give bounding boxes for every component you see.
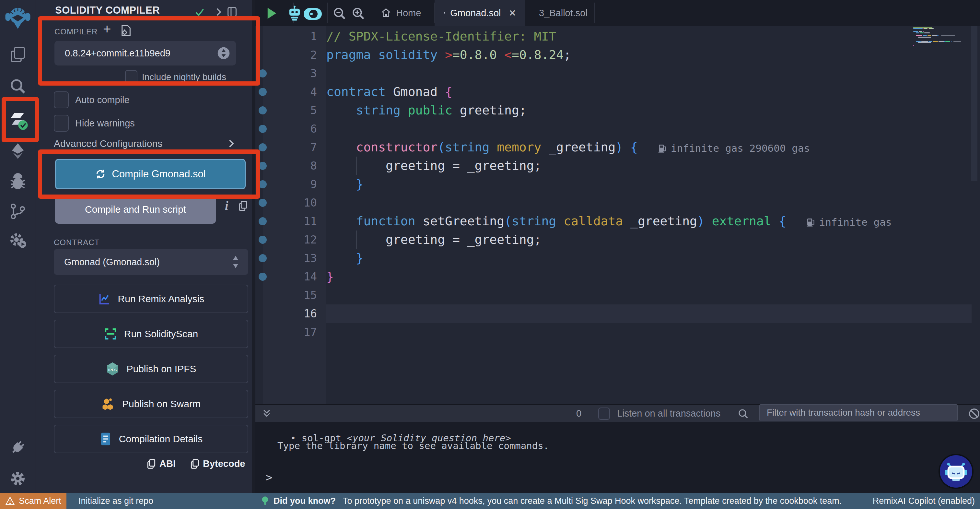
tab-home[interactable]: Home (371, 0, 430, 26)
file-explorer-icon[interactable] (0, 45, 36, 64)
code-text: function setGreeting(string calldata _gr… (326, 214, 892, 228)
plugin-runner-icon[interactable] (0, 231, 36, 250)
search-icon[interactable] (0, 77, 36, 95)
code-line-15[interactable]: 15 (255, 286, 980, 305)
compile-button-label: Compile Gmonad.sol (112, 168, 205, 180)
tab-ballot-label: 3_Ballot.sol (539, 8, 587, 19)
breakpoint-dot[interactable] (259, 162, 267, 170)
run-remix-analysis-button[interactable]: Run Remix Analysis (54, 285, 248, 313)
remixai-robot-icon[interactable] (286, 5, 303, 21)
tab-gmonad-sol[interactable]: Gmonad.sol ✕ (434, 0, 525, 26)
code-line-1[interactable]: 1// SPDX-License-Identifier: MIT (255, 27, 980, 46)
deploy-run-icon[interactable] (0, 142, 36, 160)
publish-swarm-button[interactable]: Publish on Swarm (54, 390, 248, 418)
line-number: 6 (275, 122, 317, 135)
scam-alert-button[interactable]: Scam Alert (0, 493, 67, 509)
compilation-details-button[interactable]: Compilation Details (54, 425, 248, 453)
editor-minimap[interactable] (913, 27, 970, 50)
copilot-toggle[interactable] (303, 8, 322, 20)
transaction-filter-input[interactable]: Filter with transaction hash or address (759, 404, 958, 421)
listen-transactions-checkbox[interactable] (598, 407, 610, 420)
info-icon[interactable]: i (225, 198, 229, 213)
add-compiler-icon[interactable]: + (103, 21, 111, 37)
breakpoint-dot[interactable] (259, 106, 267, 115)
editor-scrollbar[interactable] (971, 26, 977, 181)
plugin-manager-icon[interactable] (0, 438, 36, 456)
block-transactions-icon[interactable] (968, 408, 980, 420)
code-line-11[interactable]: 11 function setGreeting(string calldata … (255, 212, 980, 230)
hide-warnings-checkbox[interactable] (54, 115, 69, 132)
remixai-copilot-button[interactable] (940, 455, 972, 488)
line-number: 5 (275, 104, 317, 117)
copy-script-icon[interactable] (238, 200, 248, 211)
breakpoint-dot[interactable] (259, 217, 267, 225)
debugger-icon[interactable] (0, 173, 36, 191)
compile-button[interactable]: Compile Gmonad.sol (55, 159, 246, 189)
breakpoint-dot[interactable] (259, 199, 267, 207)
publish-ipfs-button[interactable]: IPFS Publish on IPFS (54, 355, 248, 383)
breakpoint-dot[interactable] (259, 143, 267, 152)
breakpoint-dot[interactable] (259, 254, 267, 262)
tab-ballot-sol[interactable]: 3_Ballot.sol (525, 0, 594, 26)
code-line-12[interactable]: 12 greeting = _greeting; (255, 230, 980, 249)
copy-abi-button[interactable]: ABI (146, 458, 176, 469)
breakpoint-dot[interactable] (259, 273, 267, 281)
expand-terminal-icon[interactable] (262, 408, 272, 418)
code-line-4[interactable]: 4contract Gmonad { (255, 83, 980, 101)
git-init-button[interactable]: Initialize as git repo (78, 493, 153, 509)
pin-panel-icon[interactable] (227, 6, 237, 18)
copy-bytecode-button[interactable]: Bytecode (190, 458, 245, 469)
include-nightly-checkbox[interactable] (125, 70, 137, 84)
code-line-2[interactable]: 2pragma solidity >=0.8.0 <=0.8.24; (255, 46, 980, 64)
advanced-chevron-icon[interactable] (227, 139, 235, 148)
close-tab-icon[interactable]: ✕ (509, 8, 516, 19)
code-line-10[interactable]: 10 (255, 193, 980, 212)
breakpoint-dot[interactable] (259, 236, 267, 244)
copilot-status-label[interactable]: RemixAI Copilot (enabled) (873, 493, 975, 509)
run-script-button[interactable] (266, 7, 277, 19)
auto-compile-checkbox[interactable] (54, 91, 69, 108)
ipfs-icon: IPFS (106, 362, 119, 376)
compilation-details-label: Compilation Details (119, 434, 202, 445)
breakpoint-dot[interactable] (259, 125, 267, 133)
breakpoint-dot[interactable] (259, 88, 267, 96)
code-line-9[interactable]: 9 } (255, 175, 980, 193)
code-line-17[interactable]: 17 (255, 323, 980, 341)
code-line-8[interactable]: 8 greeting = _greeting; (255, 156, 980, 175)
git-icon[interactable] (0, 202, 36, 220)
current-line-highlight (326, 305, 972, 323)
swarm-icon (102, 397, 115, 411)
code-line-14[interactable]: 14} (255, 268, 980, 286)
activity-bar (0, 0, 36, 493)
zoom-in-icon[interactable] (351, 6, 365, 20)
contract-select[interactable]: Gmonad (Gmonad.sol) (54, 249, 248, 275)
breakpoint-dot[interactable] (259, 69, 267, 78)
code-editor[interactable]: 1// SPDX-License-Identifier: MIT2pragma … (255, 26, 980, 404)
compile-and-run-button[interactable]: Compile and Run script (55, 195, 216, 224)
terminal-search-icon[interactable] (738, 408, 749, 419)
code-text: constructor(string memory _greeting) {in… (326, 140, 810, 154)
breakpoint-dot[interactable] (259, 180, 267, 188)
compiler-config-file-icon[interactable] (121, 24, 132, 37)
panel-separator[interactable] (252, 0, 255, 493)
remix-logo[interactable] (0, 4, 36, 31)
code-text: } (326, 270, 334, 284)
include-nightly-label: Include nightly builds (142, 72, 226, 82)
advanced-configurations-toggle[interactable]: Advanced Configurations (54, 138, 162, 149)
code-line-3[interactable]: 3 (255, 64, 980, 83)
zoom-out-icon[interactable] (332, 6, 346, 20)
copilot-robot-icon (944, 461, 968, 482)
terminal-prompt[interactable]: > (266, 471, 272, 484)
panel-chevron-icon[interactable] (214, 7, 223, 17)
code-line-5[interactable]: 5 string public greeting; (255, 101, 980, 120)
settings-icon[interactable] (0, 469, 36, 488)
run-solidityscan-button[interactable]: Run SolidityScan (54, 320, 248, 348)
code-line-6[interactable]: 6 (255, 120, 980, 138)
code-line-13[interactable]: 13 } (255, 249, 980, 268)
editor-topbar: Home Gmonad.sol ✕ 3_Ballot.sol (255, 0, 980, 26)
code-line-7[interactable]: 7 constructor(string memory _greeting) {… (255, 138, 980, 156)
solidity-compiler-icon[interactable] (0, 110, 36, 130)
line-number: 3 (275, 67, 317, 80)
code-line-16[interactable]: 16 (255, 305, 980, 323)
compiler-version-select[interactable]: 0.8.24+commit.e11b9ed9 (54, 41, 236, 65)
